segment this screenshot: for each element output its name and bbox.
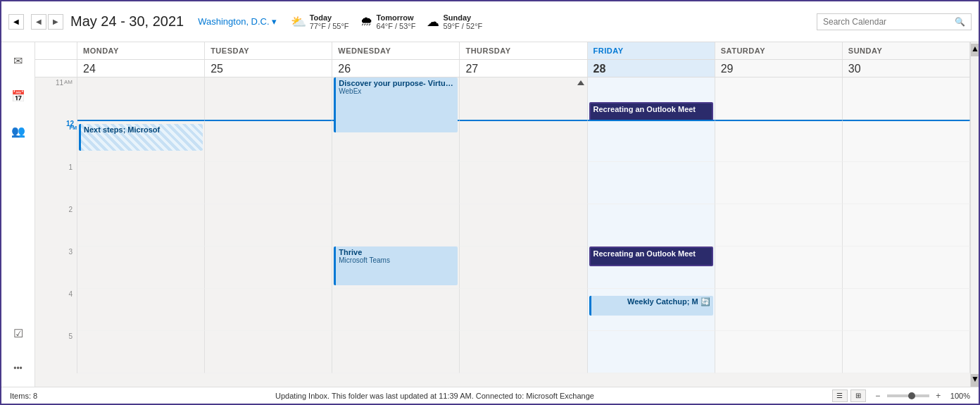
day-header-friday: FRIDAY xyxy=(588,42,715,59)
cell-tue-2[interactable] xyxy=(205,204,332,247)
event-nextsteps-title: Next steps; Microsof xyxy=(84,125,200,134)
search-input[interactable] xyxy=(823,17,955,27)
date-row: 24 25 26 27 28 29 30 xyxy=(35,60,970,77)
cell-thu-2[interactable] xyxy=(460,204,587,247)
cell-mon-3[interactable] xyxy=(77,247,205,289)
weather-tomorrow-temp: 64°F / 53°F xyxy=(377,22,416,30)
time-label-11am: 11AM xyxy=(35,77,77,120)
status-view-buttons: ☰ ⊞ xyxy=(832,390,866,402)
cell-sun-3[interactable] xyxy=(843,247,970,289)
sidebar-item-mail[interactable]: ✉ xyxy=(7,49,30,72)
scroll-down-arrow[interactable]: ▼ xyxy=(971,374,979,387)
date-cell-24: 24 xyxy=(77,60,205,77)
cell-sun-12[interactable] xyxy=(843,120,970,162)
cell-sat-11[interactable] xyxy=(715,77,843,120)
time-grid-inner: 11AM Discover your purpose- Virtual Clas… xyxy=(35,77,970,373)
sidebar-item-more[interactable]: ••• xyxy=(7,357,30,380)
day-headers: MONDAY TUESDAY WEDNESDAY THURSDAY FRIDAY… xyxy=(35,42,970,60)
cell-tue-12[interactable] xyxy=(205,120,332,162)
weather-today: ⛅ Today 77°F / 55°F xyxy=(291,13,349,30)
sidebar-item-calendar[interactable]: 📅 xyxy=(7,85,30,107)
location-text: Washington, D.C. xyxy=(198,16,269,27)
cell-sat-1[interactable] xyxy=(715,162,843,204)
sidebar-item-tasks[interactable]: ☑ xyxy=(7,322,30,344)
cell-mon-1[interactable] xyxy=(77,162,205,204)
event-thrive[interactable]: Thrive Microsoft Teams xyxy=(334,247,458,285)
cell-thu-3[interactable] xyxy=(460,247,587,289)
weather-tomorrow: 🌧 Tomorrow 64°F / 53°F xyxy=(360,13,416,30)
event-discover[interactable]: Discover your purpose- Virtual Classroom… xyxy=(334,77,458,132)
date-spacer xyxy=(35,60,77,77)
cell-tue-1[interactable] xyxy=(205,162,332,204)
cell-sun-11[interactable] xyxy=(843,77,970,120)
cell-sun-1[interactable] xyxy=(843,162,970,204)
scroll-bar[interactable]: ▲ ▼ xyxy=(970,42,979,387)
cell-sun-2[interactable] xyxy=(843,204,970,247)
weather-sunday-icon: ☁ xyxy=(427,14,439,30)
cell-mon-5[interactable] xyxy=(77,331,205,373)
scroll-up-arrow[interactable]: ▲ xyxy=(971,44,979,56)
cell-sat-4[interactable] xyxy=(715,289,843,331)
cell-tue-11[interactable] xyxy=(205,77,332,120)
cell-fri-1[interactable] xyxy=(588,162,715,204)
search-box[interactable]: 🔍 xyxy=(817,13,972,30)
nav-bar: ◀ ◀ ▶ May 24 - 30, 2021 Washington, D.C.… xyxy=(1,1,979,42)
day-header-wednesday: WEDNESDAY xyxy=(332,42,460,59)
cell-fri-3[interactable]: Recreating an Outlook Meet xyxy=(588,247,715,289)
status-bar: Items: 8 Updating Inbox. This folder was… xyxy=(1,387,979,404)
cell-fri-12[interactable] xyxy=(588,120,715,162)
cell-mon-2[interactable] xyxy=(77,204,205,247)
cell-thu-4[interactable] xyxy=(460,289,587,331)
app-container: ◀ ◀ ▶ May 24 - 30, 2021 Washington, D.C.… xyxy=(0,0,980,405)
event-recreating-2[interactable]: Recreating an Outlook Meet xyxy=(589,247,713,266)
cell-tue-5[interactable] xyxy=(205,331,332,373)
event-nextsteps[interactable]: Next steps; Microsof xyxy=(79,124,203,151)
location-selector[interactable]: Washington, D.C. ▾ xyxy=(198,16,276,27)
weather-tomorrow-icon: 🌧 xyxy=(360,14,373,29)
cell-fri-5[interactable] xyxy=(588,331,715,373)
time-label-2pm: 2 xyxy=(35,204,77,247)
zoom-in-button[interactable]: + xyxy=(932,390,945,402)
zoom-out-button[interactable]: − xyxy=(872,390,884,402)
cell-sun-4[interactable] xyxy=(843,289,970,331)
zoom-slider[interactable] xyxy=(887,394,929,397)
cell-mon-4[interactable] xyxy=(77,289,205,331)
cell-wed-1[interactable] xyxy=(332,162,460,204)
nav-next-button[interactable]: ▶ xyxy=(48,14,63,30)
cell-wed-2[interactable] xyxy=(332,204,460,247)
day-header-tuesday: TUESDAY xyxy=(205,42,332,59)
cell-fri-2[interactable] xyxy=(588,204,715,247)
cell-sat-2[interactable] xyxy=(715,204,843,247)
cell-mon-12[interactable]: Next steps; Microsof xyxy=(77,120,205,162)
view-btn-grid[interactable]: ⊞ xyxy=(850,390,866,402)
cell-sat-12[interactable] xyxy=(715,120,843,162)
cell-fri-4[interactable]: Weekly Catchup; M 🔄 xyxy=(588,289,715,331)
cell-wed-5[interactable] xyxy=(332,331,460,373)
cell-wed-3[interactable]: Thrive Microsoft Teams xyxy=(332,247,460,289)
weather-today-temp: 77°F / 55°F xyxy=(310,22,349,30)
cell-thu-5[interactable] xyxy=(460,331,587,373)
cell-thu-1[interactable] xyxy=(460,162,587,204)
status-update-text: Updating Inbox. This folder was last upd… xyxy=(37,392,832,400)
weather-sunday: ☁ Sunday 59°F / 52°F xyxy=(427,13,482,30)
cell-sat-5[interactable] xyxy=(715,331,843,373)
cell-tue-4[interactable] xyxy=(205,289,332,331)
event-weekly-catchup[interactable]: Weekly Catchup; M 🔄 xyxy=(589,296,713,316)
cell-fri-11[interactable]: Recreating an Outlook Meet xyxy=(588,77,715,120)
cell-sun-5[interactable] xyxy=(843,331,970,373)
event-recreating-1[interactable]: Recreating an Outlook Meet xyxy=(589,102,713,122)
cell-mon-11[interactable] xyxy=(77,77,205,120)
time-grid[interactable]: 11AM Discover your purpose- Virtual Clas… xyxy=(35,77,970,387)
cell-thu-12[interactable] xyxy=(460,120,587,162)
collapse-button[interactable]: ◀ xyxy=(8,14,24,30)
cell-wed-4[interactable] xyxy=(332,289,460,331)
cell-tue-3[interactable] xyxy=(205,247,332,289)
day-header-saturday: SATURDAY xyxy=(715,42,843,59)
weather-tomorrow-label: Tomorrow xyxy=(377,13,416,22)
nav-prev-button[interactable]: ◀ xyxy=(31,14,46,30)
cell-thu-11[interactable] xyxy=(460,77,587,120)
sidebar-item-people[interactable]: 👥 xyxy=(7,120,30,142)
cell-wed-11[interactable]: Discover your purpose- Virtual Classroom… xyxy=(332,77,460,120)
view-btn-list[interactable]: ☰ xyxy=(832,390,848,402)
cell-sat-3[interactable] xyxy=(715,247,843,289)
